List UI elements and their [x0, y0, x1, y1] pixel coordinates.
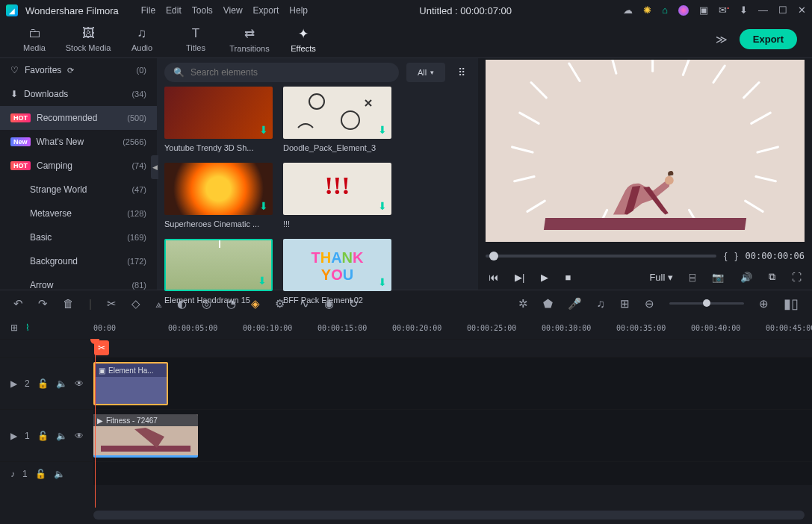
- tab-transitions[interactable]: ⇄Transitions: [223, 26, 276, 53]
- tip-icon[interactable]: ✺: [643, 4, 651, 16]
- palette-icon[interactable]: [678, 5, 689, 16]
- element-thumb[interactable]: ⬇Youtube Trendy 3D Sh...: [164, 87, 273, 152]
- play-button[interactable]: ▶: [541, 272, 548, 283]
- more-tabs-button[interactable]: ≫: [716, 33, 728, 46]
- menu-tools[interactable]: Tools: [192, 5, 213, 16]
- mute-icon[interactable]: 🔈: [56, 378, 67, 389]
- preview-canvas[interactable]: [486, 60, 805, 242]
- split-button[interactable]: ✂: [107, 297, 117, 311]
- download-icon[interactable]: ⬇: [740, 4, 748, 16]
- preview-scrubber[interactable]: [486, 255, 716, 258]
- thumb-label: Youtube Trendy 3D Sh...: [164, 143, 273, 152]
- quality-dropdown[interactable]: Full ▾: [649, 272, 673, 283]
- lock-icon[interactable]: 🔓: [35, 469, 46, 479]
- zoom-in-button[interactable]: ⊕: [759, 297, 769, 311]
- menu-file[interactable]: File: [141, 5, 155, 16]
- grid-view-icon[interactable]: ⠿: [453, 63, 471, 81]
- sidebar-item-basic[interactable]: Basic(169): [0, 225, 157, 249]
- search-input[interactable]: [190, 67, 390, 78]
- mixdown-icon[interactable]: ✲: [518, 297, 528, 311]
- tab-titles[interactable]: TTitles: [169, 26, 223, 52]
- delete-button[interactable]: 🗑: [63, 297, 74, 310]
- display-icon[interactable]: ⌸: [689, 272, 695, 283]
- download-element-icon[interactable]: ⬇: [376, 124, 388, 136]
- panel-toggle[interactable]: ▮▯: [784, 296, 799, 312]
- sidebar-item-strange-world[interactable]: Strange World(47): [0, 178, 157, 202]
- zoom-slider[interactable]: [669, 302, 744, 305]
- element-thumb[interactable]: THANKYOU⬇BFF Pack Element 02: [283, 239, 391, 305]
- step-back-button[interactable]: ▶|: [515, 272, 524, 283]
- mute-icon[interactable]: 🔈: [56, 431, 67, 441]
- magnet-button[interactable]: ⌇: [25, 322, 30, 333]
- sidebar-item-camping[interactable]: HOTCamping(74): [0, 154, 157, 178]
- element-thumb[interactable]: ⬇Superheroes Cinematic ...: [164, 163, 273, 228]
- download-element-icon[interactable]: ⬇: [256, 275, 268, 287]
- timeline-scrollbar[interactable]: [93, 511, 805, 520]
- download-element-icon[interactable]: ⬇: [258, 124, 270, 136]
- minimize-button[interactable]: —: [758, 4, 768, 16]
- zoom-out-button[interactable]: ⊖: [645, 297, 654, 311]
- lock-icon[interactable]: 🔓: [37, 431, 49, 441]
- mute-icon[interactable]: 🔈: [54, 469, 65, 479]
- tag-button[interactable]: ◇: [131, 297, 140, 311]
- add-track-button[interactable]: ⊞: [10, 322, 18, 333]
- menu-export[interactable]: Export: [253, 5, 279, 16]
- tab-audio[interactable]: ♫Audio: [115, 26, 169, 52]
- cloud-icon[interactable]: ☁: [623, 4, 633, 16]
- menu-view[interactable]: View: [223, 5, 243, 16]
- prev-frame-button[interactable]: ⏮: [489, 272, 498, 283]
- sidebar-item-favorites[interactable]: ♡Favorites⟳(0): [0, 58, 157, 82]
- menu-edit[interactable]: Edit: [166, 5, 182, 16]
- visibility-icon[interactable]: 👁: [75, 378, 84, 389]
- element-thumb[interactable]: ⬇Doodle_Pack_Element_3: [283, 87, 391, 152]
- sidebar-item-recommended[interactable]: HOTRecommended(500): [0, 106, 157, 130]
- fit-icon[interactable]: ⊞: [620, 297, 630, 311]
- tab-effects[interactable]: ✦Effects: [276, 26, 330, 53]
- sidebar-item-background[interactable]: Background(172): [0, 249, 157, 273]
- element-thumb[interactable]: !!!⬇!!!: [283, 163, 391, 228]
- element-thumb[interactable]: ⬇Element Handdrawn 15: [164, 239, 273, 305]
- sidebar-label: Camping: [37, 160, 72, 171]
- refresh-icon[interactable]: ⟳: [67, 66, 74, 75]
- mark-out-icon[interactable]: }: [735, 251, 738, 261]
- visibility-icon[interactable]: 👁: [75, 431, 84, 441]
- close-button[interactable]: ✕: [798, 4, 806, 16]
- sidebar-item-downloads[interactable]: ⬇Downloads(34): [0, 82, 157, 106]
- stop-button[interactable]: ■: [565, 272, 571, 283]
- tab-stock-media[interactable]: 🖼Stock Media: [61, 26, 115, 52]
- maximize-button[interactable]: ☐: [778, 4, 787, 16]
- mic-icon[interactable]: 🎤: [568, 297, 582, 311]
- sidebar-item-arrow[interactable]: Arrow(81): [0, 273, 157, 290]
- sidebar-count: (0): [137, 66, 146, 75]
- tab-media[interactable]: 🗀Media: [7, 26, 61, 52]
- save-icon[interactable]: ▣: [699, 4, 708, 16]
- fullscreen-button[interactable]: ⛶: [792, 272, 802, 283]
- timeline-clip-element[interactable]: ▣Element Ha...: [93, 362, 168, 405]
- pip-icon[interactable]: ⧉: [769, 271, 775, 283]
- snapshot-button[interactable]: 📷: [712, 272, 724, 283]
- download-element-icon[interactable]: ⬇: [258, 200, 270, 212]
- export-button[interactable]: Export: [740, 29, 797, 49]
- download-element-icon[interactable]: ⬇: [376, 200, 388, 212]
- lock-icon[interactable]: 🔓: [37, 378, 49, 389]
- mail-icon[interactable]: ✉•: [719, 4, 729, 16]
- music-list-icon[interactable]: ♫: [597, 297, 605, 310]
- timeline-clip-video[interactable]: ▶Fitness - 72467 ▶Fitness - 72467: [93, 414, 198, 458]
- download-element-icon[interactable]: ⬇: [376, 276, 388, 288]
- marker-icon[interactable]: ⬟: [543, 297, 553, 311]
- mark-in-icon[interactable]: {: [724, 251, 727, 261]
- redo-button[interactable]: ↷: [38, 297, 48, 311]
- sidebar-item-what-s-new[interactable]: NewWhat's New(2566): [0, 130, 157, 154]
- playhead[interactable]: [95, 339, 96, 508]
- headset-icon[interactable]: ⌂: [662, 4, 668, 16]
- svg-line-22: [683, 60, 690, 75]
- collapse-sidebar-handle[interactable]: ◀: [151, 155, 158, 179]
- sidebar-item-metaverse[interactable]: Metaverse(128): [0, 202, 157, 225]
- undo-button[interactable]: ↶: [13, 297, 23, 311]
- sidebar-label: Background: [30, 256, 78, 266]
- volume-icon[interactable]: 🔊: [740, 272, 752, 283]
- filter-dropdown[interactable]: All▾: [406, 63, 445, 82]
- menu-help[interactable]: Help: [289, 5, 308, 16]
- hot-badge: HOT: [10, 113, 31, 122]
- search-box[interactable]: 🔍: [164, 63, 399, 82]
